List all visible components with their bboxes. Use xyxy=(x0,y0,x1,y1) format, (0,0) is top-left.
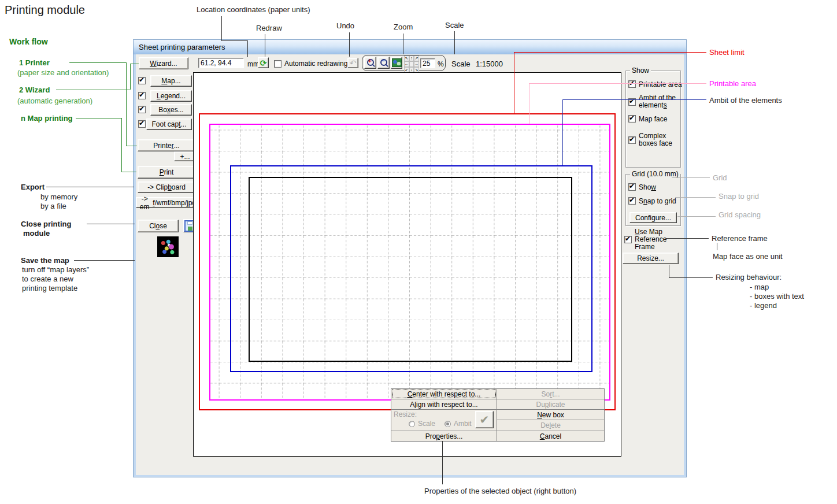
leader-line xyxy=(87,224,135,224)
complex-boxes-label: Complex boxes face xyxy=(639,132,678,147)
leader-line xyxy=(442,441,443,484)
map-face-checkbox[interactable] xyxy=(628,115,636,123)
configure-button[interactable]: Configure... xyxy=(629,212,677,223)
menu-item-new-box[interactable]: New box xyxy=(497,409,605,420)
printable-area-annotation: Printable area xyxy=(709,79,756,88)
pan-arrows-control[interactable] xyxy=(404,55,419,71)
page: Printing module Sheet printing parameter… xyxy=(0,0,837,504)
grid-annotation: Grid xyxy=(713,173,727,182)
map-preview-thumbnail xyxy=(157,236,179,257)
menu-item-properties[interactable]: Properties... xyxy=(391,431,497,442)
reference-frame-annotation: Reference frame xyxy=(712,234,768,243)
foot-caption-layer-checkbox[interactable] xyxy=(138,120,146,128)
leader-line xyxy=(669,277,713,278)
leader-line xyxy=(672,177,710,178)
leader-line xyxy=(121,172,136,172)
save-map-annotation: Save the map xyxy=(21,256,69,265)
export-file-button[interactable]: -> emf/wmf/bmp/jpg xyxy=(136,197,197,208)
menu-item-delete[interactable]: Delete xyxy=(497,420,605,431)
grid-group-title: Grid (10.0 mm) xyxy=(630,170,680,178)
pan-up-left-icon[interactable] xyxy=(404,55,409,61)
resize-button[interactable]: Resize... xyxy=(623,253,679,264)
wizard-button[interactable]: Wizard... xyxy=(139,57,188,69)
foot-caption-button[interactable]: Foot capt... xyxy=(146,118,192,130)
leader-line xyxy=(247,40,248,57)
leader-line xyxy=(349,32,350,57)
zoom-out-button[interactable]: − xyxy=(377,57,390,69)
close-button[interactable]: Close xyxy=(138,220,179,232)
globe-icon xyxy=(392,58,402,67)
automatic-redrawing-checkbox[interactable] xyxy=(274,60,282,68)
grid-show-checkbox[interactable] xyxy=(628,183,636,191)
use-map-label-line1: Use Map xyxy=(635,228,662,236)
printable-area-label: Printable area xyxy=(639,80,682,88)
export-by-memory-annotation: by memory xyxy=(40,192,77,201)
resizing-map-annotation: - map xyxy=(750,283,769,291)
leader-line xyxy=(403,34,403,54)
leader-line xyxy=(529,83,706,84)
zoom-in-button[interactable]: + xyxy=(364,57,376,69)
pan-right-icon[interactable] xyxy=(414,61,419,67)
leader-line xyxy=(529,83,529,124)
menu-item-cancel[interactable]: Cancel xyxy=(497,431,605,442)
map-printing-step-annotation: n Map printing xyxy=(21,114,73,123)
leader-line xyxy=(221,16,222,40)
leader-line xyxy=(76,118,121,118)
leader-line xyxy=(126,146,137,146)
menu-item-duplicate[interactable]: Duplicate xyxy=(497,399,605,410)
map-button[interactable]: Map... xyxy=(150,75,192,87)
scale-annotation: Scale xyxy=(445,21,464,29)
map-face-rect[interactable] xyxy=(249,177,572,362)
boxes-button[interactable]: Boxes... xyxy=(150,104,192,116)
scale-value: 1:15000 xyxy=(476,60,503,68)
zoom-extent-button[interactable] xyxy=(391,57,402,69)
ambit-label: Ambit of the elements xyxy=(639,94,678,109)
pan-up-icon[interactable] xyxy=(409,55,414,61)
resize-ambit-radio[interactable] xyxy=(445,421,451,427)
printer-step-annotation: 1 Printer xyxy=(19,58,50,67)
use-map-label-line2: Reference xyxy=(635,235,666,243)
leader-line xyxy=(677,216,716,217)
page-title: Printing module xyxy=(5,3,85,17)
zoom-out-icon: − xyxy=(380,59,388,67)
leader-line xyxy=(130,64,139,64)
zoom-percent-field[interactable]: 25 xyxy=(420,58,435,68)
apply-resize-button[interactable] xyxy=(475,411,494,428)
redraw-button[interactable] xyxy=(258,57,269,68)
pan-left-icon[interactable] xyxy=(404,61,409,67)
legend-button[interactable]: Legend... xyxy=(150,90,192,102)
show-group-title: Show xyxy=(630,66,651,75)
use-map-reference-frame-checkbox[interactable] xyxy=(624,236,632,243)
printable-area-checkbox[interactable] xyxy=(628,80,636,88)
grid-spacing-annotation: Grid spacing xyxy=(719,210,761,219)
menu-item-center-with-respect-to[interactable]: Center with respect to... xyxy=(391,388,497,399)
print-button[interactable]: Print xyxy=(138,166,195,179)
properties-annotation: Properties of the selected object (right… xyxy=(424,487,576,495)
percent-label: % xyxy=(438,60,444,68)
boxes-layer-checkbox[interactable] xyxy=(138,106,146,113)
menu-item-align-with-respect-to[interactable]: Align with respect to... xyxy=(391,399,497,410)
menu-item-sort[interactable]: Sort... xyxy=(497,388,605,399)
undo-annotation: Undo xyxy=(336,21,354,30)
printer-button[interactable]: Printer... xyxy=(138,139,195,151)
save-map-sub2-annotation: to create a new xyxy=(22,275,73,283)
undo-button[interactable] xyxy=(347,58,358,68)
wizard-step-annotation: 2 Wizard xyxy=(19,86,50,94)
resize-scale-radio[interactable] xyxy=(409,421,415,427)
leader-line xyxy=(514,52,706,53)
leader-line xyxy=(669,265,669,277)
sheet-limit-annotation: Sheet limit xyxy=(709,48,745,57)
snap-to-grid-checkbox[interactable] xyxy=(628,197,636,205)
pan-up-right-icon[interactable] xyxy=(414,55,419,61)
leader-line xyxy=(562,99,706,100)
leader-line xyxy=(454,31,455,54)
wizard-step-sub-annotation: (automatic generation) xyxy=(17,97,92,105)
use-map-label-line3: Frame xyxy=(635,243,655,251)
complex-boxes-checkbox[interactable] xyxy=(628,136,636,144)
coordinates-field[interactable]: 61.2, 94.4 xyxy=(198,58,244,68)
map-layer-checkbox[interactable] xyxy=(138,77,146,84)
snap-to-grid-annotation: Snap to grid xyxy=(719,192,759,201)
clipboard-button[interactable]: -> Clipboard xyxy=(138,181,195,193)
legend-layer-checkbox[interactable] xyxy=(138,92,146,99)
save-map-sub1-annotation: turn off “map layers” xyxy=(22,265,89,274)
